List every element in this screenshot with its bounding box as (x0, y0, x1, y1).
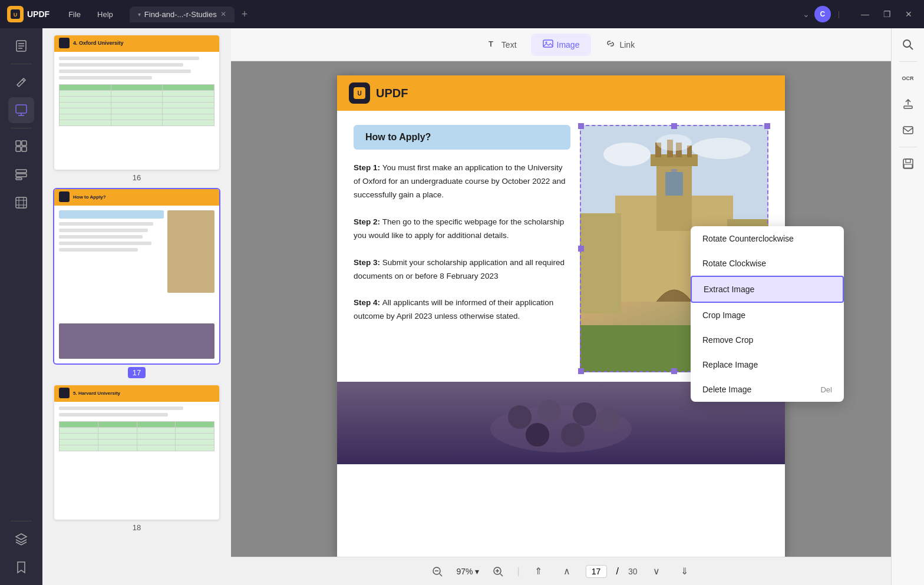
rotate-cw-menu-item[interactable]: Rotate Clockwise (691, 251, 844, 276)
tab-close-icon[interactable]: ✕ (220, 10, 226, 18)
zoom-out-button[interactable] (428, 562, 447, 581)
svg-text:T: T (489, 39, 493, 48)
svg-rect-66 (906, 159, 910, 163)
logo-text: UPDF (27, 9, 50, 19)
thumb-num-16: 16 (133, 173, 141, 182)
sidebar-divider-2 (11, 128, 32, 128)
thumb-header-17: How to Apply? (54, 189, 219, 206)
step1-text: You must first make an application to th… (354, 163, 565, 199)
image-tool-button[interactable]: Image (531, 34, 592, 56)
thumb-num-18: 18 (133, 523, 141, 532)
step2-text: Then go to the specific webpage for the … (354, 217, 564, 240)
thumb-header-18: 5. Harvard University (54, 385, 219, 402)
svg-rect-67 (904, 164, 912, 168)
thumbnail-page-16[interactable]: 4. Oxford University (50, 35, 224, 182)
sidebar-item-edit[interactable] (8, 69, 34, 95)
nav-next-button[interactable]: ∨ (647, 562, 666, 581)
right-divider-1 (899, 61, 917, 62)
top-toolbar: T Text Image Link (231, 28, 891, 61)
thumb-card-16[interactable]: 4. Oxford University (54, 35, 219, 170)
export-button[interactable] (896, 92, 920, 116)
sidebar-divider-3 (11, 521, 32, 521)
page-total: 30 (628, 567, 638, 576)
zoom-in-button[interactable] (489, 562, 507, 581)
context-menu: Rotate Counterclockwise Rotate Clockwise… (691, 226, 844, 402)
avatar[interactable]: C (814, 6, 831, 22)
thumb-card-18[interactable]: 5. Harvard University (54, 385, 219, 520)
active-tab[interactable]: ▾ Find-and-...-r-Studies ✕ (130, 6, 235, 22)
svg-rect-16 (16, 178, 22, 180)
sidebar-item-pages[interactable] (8, 33, 34, 59)
svg-rect-15 (16, 174, 27, 177)
thumb-header-16: 4. Oxford University (54, 35, 219, 52)
toolbar-separator: | (517, 566, 519, 577)
logo-icon: U (7, 6, 24, 22)
svg-point-51 (526, 423, 549, 447)
zoom-dropdown-icon[interactable]: ▾ (475, 567, 479, 576)
steps-text: Step 1: You must first make an applicati… (354, 161, 570, 323)
link-tool-button[interactable]: Link (593, 34, 646, 56)
nav-first-button[interactable]: ⇑ (529, 562, 548, 581)
rotate-ccw-menu-item[interactable]: Rotate Counterclockwise (691, 226, 844, 251)
svg-rect-38 (671, 169, 677, 172)
tab-arrow-icon: ▾ (138, 11, 141, 18)
title-bar: U UPDF File Help ▾ Find-and-...-r-Studie… (0, 0, 924, 28)
tabs-dropdown-icon[interactable]: ⌄ (803, 9, 810, 19)
svg-line-55 (440, 574, 442, 576)
file-menu[interactable]: File (61, 8, 88, 21)
window-controls: — ❐ ✕ (856, 8, 917, 20)
main-area: 4. Oxford University (0, 28, 924, 585)
svg-rect-41 (580, 213, 621, 313)
text-tool-icon: T (487, 38, 498, 51)
zoom-display: 97% ▾ (456, 567, 479, 576)
extract-image-menu-item[interactable]: Extract Image (691, 276, 844, 303)
svg-text:U: U (14, 12, 18, 18)
nav-last-button[interactable]: ⇓ (675, 562, 694, 581)
search-icon-button[interactable] (896, 33, 920, 57)
sidebar-item-annotate[interactable] (8, 97, 34, 123)
close-button[interactable]: ✕ (900, 8, 917, 20)
minimize-button[interactable]: — (856, 8, 874, 20)
thumb-body-17 (54, 206, 219, 323)
replace-image-menu-item[interactable]: Replace Image (691, 352, 844, 377)
svg-marker-22 (16, 534, 27, 540)
step1-label: Step 1: (354, 163, 382, 172)
crop-image-menu-item[interactable]: Crop Image (691, 303, 844, 328)
thumb-card-17[interactable]: How to Apply? (54, 189, 219, 363)
page-input[interactable] (586, 565, 607, 578)
help-menu[interactable]: Help (90, 8, 120, 21)
svg-rect-10 (16, 141, 21, 146)
sidebar-item-recognize[interactable] (8, 190, 34, 216)
nav-prev-button[interactable]: ∧ (557, 562, 576, 581)
updf-logo-small: U (349, 82, 370, 104)
svg-rect-13 (22, 147, 27, 151)
thumb-body-18 (54, 402, 219, 520)
save-button[interactable] (896, 152, 920, 176)
sidebar-item-layers[interactable] (8, 526, 34, 552)
sidebar-item-organize[interactable] (8, 161, 34, 187)
thumbnail-page-17[interactable]: How to Apply? (50, 189, 224, 378)
pdf-page-header: U UPDF (337, 75, 785, 111)
thumb-body-16 (54, 52, 219, 170)
delete-image-menu-item[interactable]: Delete Image Del (691, 377, 844, 402)
sidebar-item-extract[interactable] (8, 133, 34, 159)
maximize-button[interactable]: ❐ (879, 8, 896, 20)
pdf-text-content: How to Apply? Step 1: You must first mak… (354, 125, 570, 372)
svg-rect-7 (16, 105, 27, 113)
link-tool-label: Link (619, 40, 635, 49)
pdf-viewer: U UPDF How to Apply? Step 1: You must fi… (231, 61, 891, 557)
svg-rect-12 (16, 147, 21, 151)
app-logo: U UPDF (7, 6, 50, 22)
ocr-button[interactable]: OCR (896, 67, 920, 90)
sidebar-item-bookmark[interactable] (8, 554, 34, 580)
text-tool-button[interactable]: T Text (476, 34, 529, 56)
add-tab-button[interactable]: + (237, 8, 253, 21)
thumbnail-page-18[interactable]: 5. Harvard University 18 (50, 385, 224, 532)
svg-rect-64 (903, 127, 913, 134)
svg-point-60 (903, 40, 910, 47)
svg-point-44 (692, 138, 751, 159)
share-button[interactable] (896, 118, 920, 142)
remove-crop-menu-item[interactable]: Remove Crop (691, 328, 844, 352)
sidebar-left (0, 28, 42, 585)
svg-line-59 (500, 574, 503, 576)
